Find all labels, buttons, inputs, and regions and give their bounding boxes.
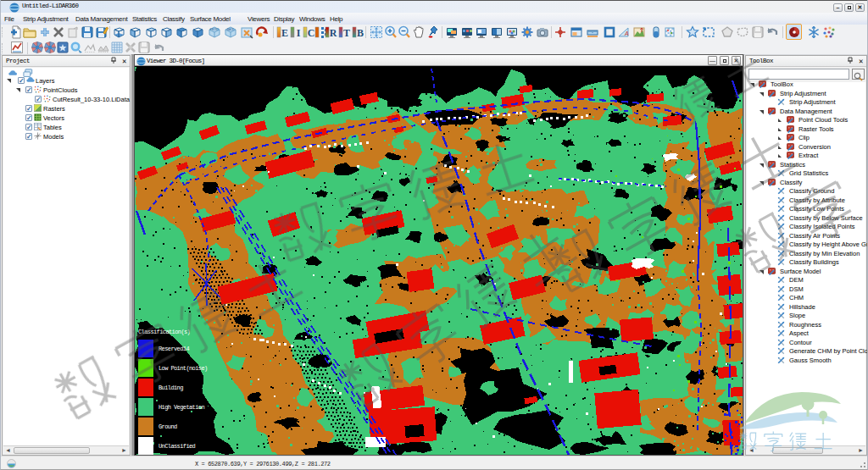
svg-text:T: T [343, 27, 350, 39]
svg-text:BACK: BACK [227, 28, 234, 31]
svg-text:A: A [624, 30, 629, 36]
svg-text:R: R [330, 27, 337, 39]
svg-text:E: E [281, 27, 288, 39]
svg-text:FRONT: FRONT [210, 28, 219, 31]
svg-text:I: I [297, 27, 301, 39]
svg-text:B: B [357, 27, 364, 39]
